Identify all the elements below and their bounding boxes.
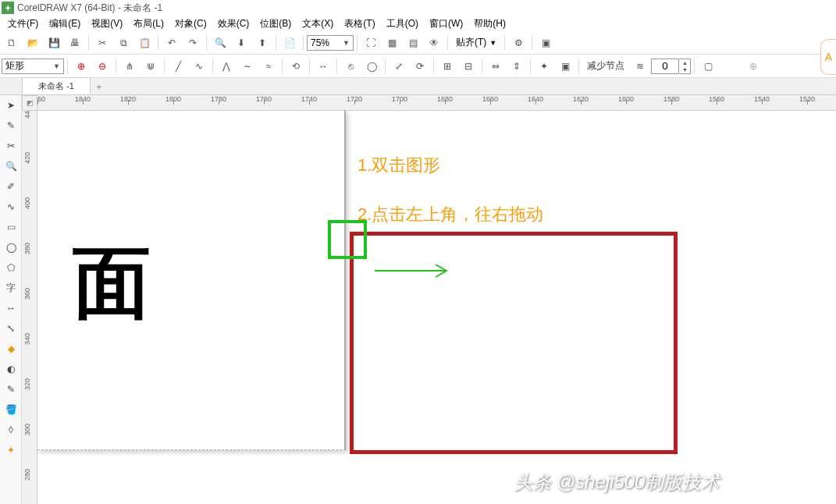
- cut-icon[interactable]: ✂: [92, 33, 112, 53]
- fill-tool-icon[interactable]: 🪣: [0, 399, 22, 420]
- menu-help[interactable]: 帮助(H): [469, 16, 510, 32]
- text-tool-icon[interactable]: 字: [0, 278, 22, 298]
- extend-icon[interactable]: ↔: [313, 56, 333, 76]
- dimension-tool-icon[interactable]: ↔: [0, 298, 22, 318]
- arrow-right-icon: [375, 263, 453, 279]
- extract-icon[interactable]: ⎋: [340, 56, 361, 76]
- menu-table[interactable]: 表格(T): [340, 16, 379, 32]
- preview-icon[interactable]: 👁: [424, 33, 444, 53]
- import-icon[interactable]: ⬇: [231, 33, 251, 53]
- ruler-h-tick: 1580: [656, 95, 687, 103]
- publish-icon[interactable]: 📄: [279, 33, 300, 53]
- ruler-h-tick: 1560: [701, 95, 732, 103]
- grid-icon[interactable]: ▤: [403, 33, 423, 53]
- transparency-tool-icon[interactable]: ◐: [0, 359, 22, 379]
- menu-file[interactable]: 文件(F): [3, 16, 43, 32]
- search-icon[interactable]: 🔍: [210, 33, 230, 53]
- connector-tool-icon[interactable]: ⤡: [0, 318, 22, 339]
- curve-pref-icon[interactable]: ≋: [630, 56, 650, 76]
- copy-icon[interactable]: ⧉: [113, 33, 133, 53]
- quick-panel-toggle[interactable]: A: [820, 39, 836, 75]
- join-node-icon[interactable]: ⋓: [141, 56, 161, 76]
- menu-layout[interactable]: 布局(L): [129, 16, 169, 32]
- save-icon[interactable]: 💾: [44, 33, 64, 53]
- menubar: 文件(F) 编辑(E) 视图(V) 布局(L) 对象(C) 效果(C) 位图(B…: [0, 16, 836, 31]
- menu-text[interactable]: 文本(X): [297, 16, 338, 32]
- polygon-tool-icon[interactable]: ⬠: [0, 257, 22, 278]
- ellipse-tool-icon[interactable]: ◯: [0, 237, 22, 257]
- crop-tool-icon[interactable]: ✂: [0, 136, 22, 156]
- menu-effects[interactable]: 效果(C): [213, 16, 254, 32]
- menu-bitmap[interactable]: 位图(B): [255, 16, 296, 32]
- menu-tools[interactable]: 工具(O): [382, 16, 423, 32]
- shape-tool-icon[interactable]: ✎: [0, 115, 22, 136]
- reduce-nodes-input[interactable]: [651, 59, 679, 74]
- menu-edit[interactable]: 编辑(E): [44, 16, 85, 32]
- node-add-icon[interactable]: ⊕: [71, 56, 91, 76]
- paste-icon[interactable]: 📋: [134, 33, 155, 53]
- shape-select[interactable]: 矩形▼: [2, 59, 64, 74]
- rotate-icon[interactable]: ⟳: [410, 56, 430, 76]
- elastic-icon[interactable]: ✦: [534, 56, 554, 76]
- menu-view[interactable]: 视图(V): [87, 16, 127, 32]
- fullscreen-icon[interactable]: ⛶: [361, 33, 381, 53]
- bbox-icon[interactable]: ▢: [698, 56, 718, 76]
- new-icon[interactable]: 🗋: [2, 33, 22, 53]
- ruler-horizontal[interactable]: 1860184018201800178017601740172017001680…: [37, 95, 836, 111]
- reduce-nodes-label: 减少节点: [582, 59, 629, 73]
- more-tool-icon[interactable]: ✦: [0, 440, 22, 460]
- reverse-icon[interactable]: ⟲: [286, 56, 306, 76]
- annotation-2: 2.点击左上角，往右拖动: [358, 203, 543, 226]
- line-icon[interactable]: ╱: [168, 56, 188, 76]
- smooth-icon[interactable]: ∼: [237, 56, 258, 76]
- watermark: 头条 @sheji500制版技术: [514, 470, 720, 495]
- pick-tool-icon[interactable]: ➤: [0, 95, 22, 115]
- menu-window[interactable]: 窗口(W): [425, 16, 468, 32]
- reduce-stepper[interactable]: ▲▼: [680, 59, 691, 74]
- stretch-icon[interactable]: ⤢: [389, 56, 409, 76]
- add-button[interactable]: ⊕: [743, 56, 763, 76]
- export-icon[interactable]: ⬆: [252, 33, 272, 53]
- redo-icon[interactable]: ↷: [183, 33, 203, 53]
- doc-tabs: 未命名 -1 +: [0, 78, 836, 95]
- curve-icon[interactable]: ∿: [189, 56, 209, 76]
- node-del-icon[interactable]: ⊖: [92, 56, 112, 76]
- open-icon[interactable]: 📂: [23, 33, 43, 53]
- freehand-tool-icon[interactable]: ✐: [0, 176, 22, 197]
- cusp-icon[interactable]: ⋀: [216, 56, 237, 76]
- eyedropper-tool-icon[interactable]: ✎: [0, 379, 22, 399]
- tab-active[interactable]: 未命名 -1: [22, 77, 91, 94]
- rectangle-tool-icon[interactable]: ▭: [0, 217, 22, 237]
- print-icon[interactable]: 🖶: [65, 33, 85, 53]
- outline-tool-icon[interactable]: ◊: [0, 420, 22, 440]
- tab-add-button[interactable]: +: [91, 80, 108, 94]
- effects-tool-icon[interactable]: ◆: [0, 339, 22, 359]
- canvas[interactable]: 面 1.双击图形 2.点击左上角，往右拖动 头条 @sheji500制版技术: [37, 111, 836, 504]
- select-all-icon[interactable]: ▣: [555, 56, 575, 76]
- close-path-icon[interactable]: ◯: [361, 56, 382, 76]
- ruler-h-tick: 1820: [112, 95, 144, 103]
- break-node-icon[interactable]: ⋔: [119, 56, 140, 76]
- ruler-vertical[interactable]: 440420400380360340320300280: [22, 111, 37, 504]
- launcher-icon[interactable]: ▣: [535, 33, 556, 53]
- rulers-icon[interactable]: ▦: [382, 33, 402, 53]
- toolbox: ➤ ✎ ✂ 🔍 ✐ ∿ ▭ ◯ ⬠ 字 ↔ ⤡ ◆ ◐ ✎ 🪣 ◊ ✦: [0, 95, 22, 504]
- ruler-h-tick: 1620: [565, 95, 596, 103]
- zoom-input[interactable]: 75%▼: [307, 35, 354, 51]
- snap-button[interactable]: 贴齐(T) ▼: [451, 34, 501, 51]
- menu-object[interactable]: 对象(C): [170, 16, 212, 32]
- ruler-v-tick: 320: [23, 367, 31, 390]
- undo-icon[interactable]: ↶: [162, 33, 182, 53]
- halign-icon[interactable]: ⊟: [458, 56, 478, 76]
- smart-tool-icon[interactable]: ∿: [0, 197, 22, 217]
- symm-icon[interactable]: ≈: [258, 56, 279, 76]
- standard-toolbar: 🗋 📂 💾 🖶 ✂ ⧉ 📋 ↶ ↷ 🔍 ⬇ ⬆ 📄 75%▼ ⛶ ▦ ▤ 👁 贴…: [0, 31, 836, 55]
- reflect-v-icon[interactable]: ⇕: [507, 56, 527, 76]
- annotation-1: 1.双击图形: [358, 154, 440, 177]
- reflect-h-icon[interactable]: ⇔: [486, 56, 506, 76]
- ruler-corner[interactable]: ◩: [22, 95, 37, 111]
- align-icon[interactable]: ⊞: [437, 56, 457, 76]
- options-icon[interactable]: ⚙: [508, 33, 528, 53]
- titlebar: ✦ CorelDRAW X7 (64-Bit) - 未命名 -1: [0, 0, 836, 16]
- zoom-tool-icon[interactable]: 🔍: [0, 156, 22, 176]
